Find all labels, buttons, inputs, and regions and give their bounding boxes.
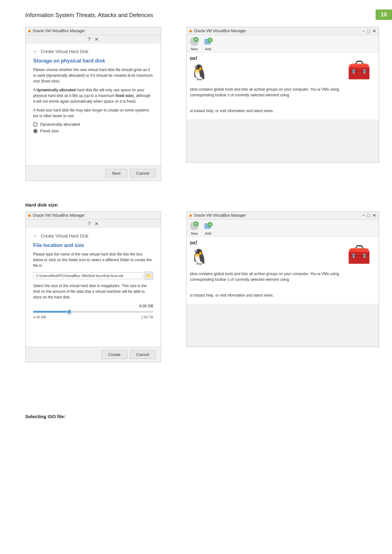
toolbar-add[interactable]: + Add [203, 36, 213, 51]
harddisk-section-label: Hard disk size: [25, 202, 373, 208]
vbox-hd-main-title: Oracle VM VirtualBox Manager [194, 213, 246, 218]
hd-dialog-title: Create Virtual Hard Disk [41, 233, 88, 238]
hd-close-main-icon[interactable]: ✕ [372, 213, 376, 218]
next-button[interactable]: Next [106, 169, 127, 178]
help-icon[interactable]: ? [88, 37, 91, 42]
dialog-title: Create Virtual Hard Disk [41, 49, 88, 54]
cancel-button[interactable]: Cancel [130, 169, 156, 178]
hd-section-heading: File location and size [33, 243, 153, 248]
hd-dialog-controls: ? ✕ [26, 220, 161, 228]
vbox-hd-main-content: ox! 🐧 idow contains global tools and lis… [187, 237, 379, 304]
dialog-controls: ? ✕ [26, 35, 161, 44]
hd-new-icon: + [189, 221, 199, 231]
hd-toolbox-image: 🧰 [347, 243, 376, 272]
radio-dynamic-circle[interactable] [33, 122, 38, 127]
dialog-header: ← Create Virtual Hard Disk [33, 49, 153, 54]
box-text1: idow contains global tools and lists all… [190, 84, 343, 100]
harddisk-dialog-footer: Create Cancel [26, 347, 161, 362]
vbox-main-content: ox! 🐧 idow contains global tools and lis… [187, 52, 379, 119]
vbox-main-title: Oracle VM VirtualBox Manager [194, 29, 246, 33]
hd-toolbar-add-label: Add [205, 232, 211, 235]
vbox-hd-main-icon: ■ [189, 213, 192, 218]
new-icon: + [189, 36, 199, 46]
vbox-toolbar: + New + Add [187, 35, 379, 52]
hd-box-text2: st instant help, or visit nformation and… [190, 290, 343, 301]
box-text2: st instant help, or visit nformation and… [190, 105, 343, 116]
dialog-section-heading: Storage on physical hard disk [33, 58, 153, 64]
svg-text:+: + [209, 222, 211, 227]
hd-toolbar-new[interactable]: + New [189, 221, 199, 235]
toolbox-image: 🧰 [347, 59, 376, 87]
harddisk-window-title: Oracle VM VirtualBox Manager [33, 213, 85, 218]
tux-icon: 🐧 [190, 64, 343, 81]
minimize-icon[interactable]: − [362, 28, 365, 33]
vbox-main-icon: ■ [189, 28, 192, 33]
svg-text:+: + [195, 37, 197, 42]
vbox-hd-icon: ■ [28, 213, 31, 218]
toolbar-add-label: Add [205, 47, 211, 51]
hd-paragraph1: Please type the name of the new virtual … [33, 251, 153, 268]
close-main-icon[interactable]: ✕ [372, 28, 376, 33]
vbox-hd-main-titlebar: ■ Oracle VM VirtualBox Manager − □ ✕ [187, 212, 379, 220]
vbox-hd-toolbar: + New + Add [187, 220, 379, 237]
iso-section-label: Selecting ISO file: [25, 414, 373, 419]
hd-dialog-header: ← Create Virtual Hard Disk [33, 233, 153, 239]
storage-dialog-content: ← Create Virtual Hard Disk Storage on ph… [26, 44, 161, 166]
hd-toolbar-new-label: New [191, 232, 198, 235]
close-icon[interactable]: ✕ [94, 36, 99, 42]
radio-dynamic-label: Dynamically allocated [40, 122, 80, 127]
harddisk-titlebar: ■ Oracle VM VirtualBox Manager [26, 212, 161, 220]
file-path-input[interactable] [33, 272, 143, 279]
hd-tux-icon: 🐧 [190, 248, 343, 266]
folder-button[interactable]: 📁 [144, 272, 153, 280]
hd-back-arrow-icon[interactable]: ← [33, 233, 38, 239]
storage-paragraph1: Please choose whether the new virtual ha… [33, 67, 153, 84]
radio-fixed-circle[interactable] [33, 129, 38, 133]
hd-close-icon[interactable]: ✕ [94, 221, 99, 227]
harddisk-dialog-content: ← Create Virtual Hard Disk File location… [26, 228, 161, 347]
hd-maximize-icon[interactable]: □ [367, 213, 370, 218]
radio-fixed-option[interactable]: Fixed size [33, 129, 153, 133]
main-window-controls: − □ ✕ [362, 28, 376, 33]
create-button[interactable]: Create [102, 350, 127, 359]
storage-dialog-window: ■ Oracle VM VirtualBox Manager ? ✕ ← Cre… [25, 27, 161, 181]
vbox-main-titlebar: ■ Oracle VM VirtualBox Manager − □ ✕ [187, 27, 379, 35]
slider-mid-label: 2.00 TB [141, 315, 153, 319]
iso-section: Selecting ISO file: [25, 407, 373, 423]
hd-box-text1: idow contains global tools and lists all… [190, 268, 343, 285]
slider-labels: 4.00 MB 2.00 TB [33, 315, 153, 319]
add-icon: + [203, 36, 213, 46]
svg-text:+: + [195, 222, 197, 226]
back-arrow-icon[interactable]: ← [33, 49, 38, 54]
storage-window-title: Oracle VM VirtualBox Manager [33, 29, 85, 33]
slider-thumb[interactable] [67, 309, 72, 314]
vbox-hd-info-text: ox! 🐧 idow contains global tools and lis… [190, 240, 343, 301]
slider-fill [33, 311, 69, 313]
hd-add-icon: + [203, 221, 213, 231]
slider-section: 8.00 GB 4.00 MB 2.00 TB [33, 304, 153, 319]
storage-paragraph3: A fixed size hard disk file may take lon… [33, 107, 153, 119]
harddisk-section: Hard disk size: ■ Oracle VM VirtualBox M… [25, 196, 373, 362]
slider-min-label: 4.00 MB [33, 315, 46, 319]
hd-cancel-button[interactable]: Cancel [130, 350, 156, 359]
radio-dynamic-option[interactable]: Dynamically allocated [33, 122, 153, 127]
toolbar-new[interactable]: + New [189, 36, 199, 51]
hd-minimize-icon[interactable]: − [362, 213, 365, 218]
vbox-main-window: ■ Oracle VM VirtualBox Manager − □ ✕ [186, 27, 379, 163]
vbox-info-text: ox! 🐧 idow contains global tools and lis… [190, 56, 343, 116]
harddisk-right-panel: ■ Oracle VM VirtualBox Manager − □ ✕ [186, 211, 379, 362]
toolbar-new-label: New [191, 47, 198, 51]
page-title: Information System Threats, Attacks and … [25, 12, 153, 19]
hd-help-icon[interactable]: ? [88, 221, 91, 227]
slider-track[interactable] [33, 311, 153, 313]
box-title: ox! [190, 56, 343, 61]
hd-toolbar-add[interactable]: + Add [203, 221, 213, 235]
storage-titlebar: ■ Oracle VM VirtualBox Manager [26, 27, 161, 35]
maximize-icon[interactable]: □ [367, 28, 370, 33]
vbox-icon: ■ [28, 28, 31, 33]
svg-text:+: + [209, 38, 211, 42]
hd-box-title: ox! [190, 240, 343, 246]
vbox-hd-main-window: ■ Oracle VM VirtualBox Manager − □ ✕ [186, 211, 379, 347]
page-number: 10 [376, 9, 392, 20]
storage-right-panel: ■ Oracle VM VirtualBox Manager − □ ✕ [186, 27, 379, 181]
